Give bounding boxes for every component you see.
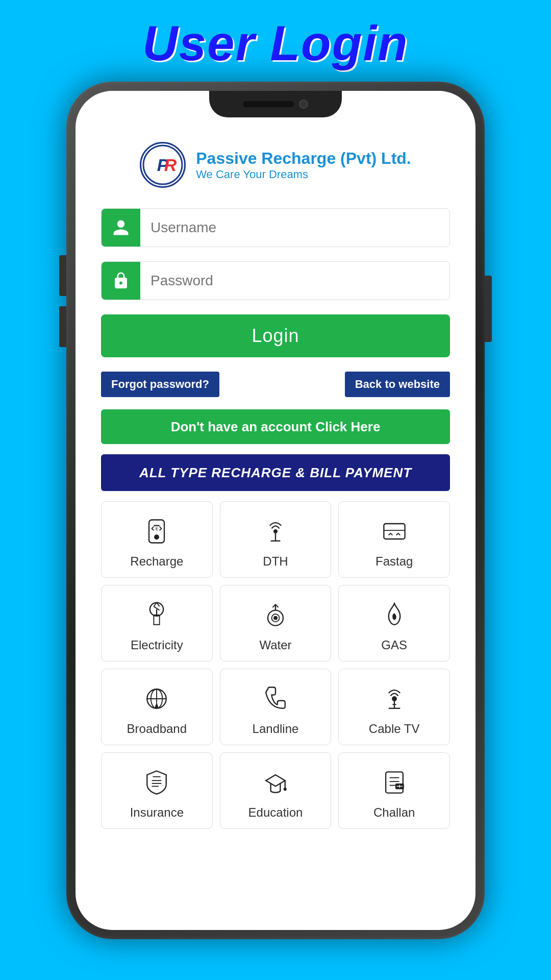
page-title: User Login [142,15,408,71]
fastag-icon [377,513,412,549]
svg-point-4 [155,535,159,540]
electricity-icon [139,597,174,633]
recharge-icon: ₹ [139,513,174,549]
company-name: Passive Recharge (Pvt) Ltd. [196,149,411,168]
svg-point-33 [284,788,286,790]
service-card-education[interactable]: Education [220,752,332,829]
service-card-landline[interactable]: Landline [220,669,332,745]
service-label-insurance: Insurance [130,805,184,820]
lock-icon [102,261,140,300]
username-field[interactable] [140,208,449,247]
services-grid: ₹ Recharge DTH Fastag Elect [101,501,450,829]
service-label-dth: DTH [263,554,288,569]
front-camera [299,100,308,109]
service-label-education: Education [248,805,303,820]
gas-icon [377,597,412,633]
screen-content: P R Passive Recharge (Pvt) Ltd. We Care … [76,91,475,930]
service-card-recharge[interactable]: ₹ Recharge [101,501,213,578]
volume-up-button [59,255,66,296]
power-button [485,276,492,342]
phone-mockup: P R Passive Recharge (Pvt) Ltd. We Care … [66,82,485,939]
service-label-cabletv: Cable TV [369,722,420,736]
password-input-row[interactable] [101,261,450,300]
username-input-row[interactable] [101,208,450,247]
service-card-dth[interactable]: DTH [220,501,332,578]
service-card-fastag[interactable]: Fastag [338,501,450,578]
broadband-icon [139,681,174,717]
service-label-water: Water [259,638,291,652]
logo-icon: P R [140,142,186,188]
banner-text: ALL TYPE RECHARGE & BILL PAYMENT [139,465,412,481]
education-icon [258,765,293,800]
svg-point-25 [392,697,396,701]
notch [209,91,342,117]
svg-point-20 [274,617,277,620]
service-card-insurance[interactable]: Insurance [101,752,213,829]
back-to-website-button[interactable]: Back to website [345,372,450,397]
cabletv-icon [377,681,412,717]
service-label-fastag: Fastag [375,554,413,569]
service-card-gas[interactable]: GAS [338,585,450,662]
service-label-recharge: Recharge [130,554,183,569]
password-field[interactable] [140,261,449,300]
water-icon [258,597,293,633]
logo-section: P R Passive Recharge (Pvt) Ltd. We Care … [140,142,411,188]
insurance-icon [139,765,174,800]
company-tagline: We Care Your Dreams [196,168,411,181]
logo-text: Passive Recharge (Pvt) Ltd. We Care Your… [196,149,411,181]
register-button[interactable]: Don't have an account Click Here [101,409,450,444]
phone-screen: P R Passive Recharge (Pvt) Ltd. We Care … [76,91,475,930]
service-card-water[interactable]: Water [220,585,332,662]
svg-rect-34 [386,772,403,793]
volume-down-button [59,306,66,347]
speaker [243,101,294,107]
svg-text:R: R [164,155,177,175]
service-label-challan: Challan [373,805,415,820]
dth-icon [258,513,293,549]
svg-text:₹: ₹ [155,527,158,532]
service-label-landline: Landline [253,722,299,736]
service-label-gas: GAS [381,638,407,652]
service-card-electricity[interactable]: Electricity [101,585,213,662]
login-button[interactable]: Login [101,314,450,357]
service-card-cabletv[interactable]: Cable TV [338,669,450,745]
links-row: Forgot password? Back to website [101,372,450,397]
service-label-electricity: Electricity [131,638,183,652]
user-icon [102,208,140,247]
service-card-challan[interactable]: Challan [338,752,450,829]
svg-point-7 [274,530,277,533]
challan-icon [377,765,412,800]
forgot-password-button[interactable]: Forgot password? [101,372,219,397]
landline-icon [258,681,293,717]
service-label-broadband: Broadband [127,722,187,736]
svg-rect-10 [384,524,405,539]
service-card-broadband[interactable]: Broadband [101,669,213,745]
services-banner: ALL TYPE RECHARGE & BILL PAYMENT [101,454,450,491]
